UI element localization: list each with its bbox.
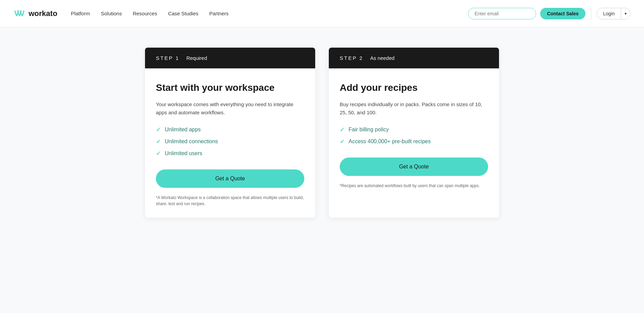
contact-sales-button[interactable]: Contact Sales: [540, 8, 585, 19]
feature-text: Unlimited connections: [165, 138, 218, 145]
nav-partners[interactable]: Partners: [209, 9, 229, 18]
nav-right: Contact Sales Login ▾: [468, 7, 630, 20]
login-dropdown-button[interactable]: ▾: [621, 9, 630, 19]
nav-case-studies[interactable]: Case Studies: [168, 9, 198, 18]
step2-features: ✓ Fair billing policy ✓ Access 400,000+ …: [340, 126, 488, 145]
main-content: STEP 1 Required Start with your workspac…: [84, 48, 560, 218]
nav-resources[interactable]: Resources: [133, 9, 157, 18]
step1-body: Start with your workspace Your workspace…: [145, 68, 315, 218]
step1-title: Start with your workspace: [156, 82, 304, 94]
check-icon: ✓: [156, 150, 161, 157]
nav-platform[interactable]: Platform: [71, 9, 90, 18]
step1-header: STEP 1 Required: [145, 48, 315, 68]
step1-footnote: *A Workato Workspace is a collaboration …: [156, 195, 304, 207]
step2-card: STEP 2 As needed Add your recipes Buy re…: [329, 48, 499, 218]
login-button[interactable]: Login: [597, 8, 621, 19]
check-icon: ✓: [340, 138, 344, 145]
step1-subtitle: Required: [186, 55, 207, 61]
check-icon: ✓: [156, 126, 161, 133]
workato-logo-icon: [14, 10, 26, 18]
feature-item: ✓ Unlimited apps: [156, 126, 304, 133]
logo[interactable]: workato: [14, 9, 57, 18]
feature-item: ✓ Unlimited connections: [156, 138, 304, 145]
step2-description: Buy recipes individually or in packs. Pa…: [340, 100, 488, 117]
step2-footnote: *Recipes are automated workflows built b…: [340, 183, 488, 189]
feature-text: Fair billing policy: [349, 127, 389, 133]
feature-text: Unlimited users: [165, 150, 202, 156]
nav-divider: [591, 7, 591, 20]
step2-get-quote-button[interactable]: Get a Quote: [340, 158, 488, 176]
step2-header: STEP 2 As needed: [329, 48, 499, 68]
step1-label: STEP 1: [156, 55, 179, 61]
nav-solutions[interactable]: Solutions: [101, 9, 122, 18]
logo-wordmark: workato: [29, 9, 57, 18]
nav-links: Platform Solutions Resources Case Studie…: [71, 9, 468, 18]
step2-label: STEP 2: [340, 55, 363, 61]
step2-title: Add your recipes: [340, 82, 488, 94]
feature-text: Access 400,000+ pre-built recipes: [349, 138, 431, 145]
navigation: workato Platform Solutions Resources Cas…: [0, 0, 644, 27]
step2-body: Add your recipes Buy recipes individuall…: [329, 68, 499, 200]
step1-features: ✓ Unlimited apps ✓ Unlimited connections…: [156, 126, 304, 157]
step2-subtitle: As needed: [370, 55, 395, 61]
step1-get-quote-button[interactable]: Get a Quote: [156, 169, 304, 188]
feature-item: ✓ Unlimited users: [156, 150, 304, 157]
login-button-group: Login ▾: [597, 8, 630, 19]
step1-description: Your workspace comes with everything you…: [156, 100, 304, 117]
feature-text: Unlimited apps: [165, 127, 201, 133]
check-icon: ✓: [156, 138, 161, 145]
feature-item: ✓ Access 400,000+ pre-built recipes: [340, 138, 488, 145]
email-input[interactable]: [468, 8, 536, 19]
feature-item: ✓ Fair billing policy: [340, 126, 488, 133]
check-icon: ✓: [340, 126, 344, 133]
step1-card: STEP 1 Required Start with your workspac…: [145, 48, 315, 218]
